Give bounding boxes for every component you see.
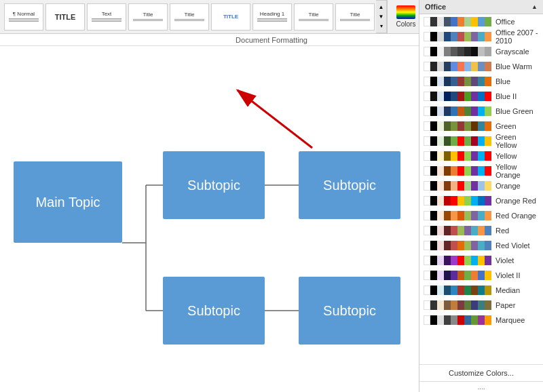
customize-colors-button[interactable]: Customize Colors... bbox=[419, 364, 543, 381]
swatch-0-3 bbox=[444, 17, 451, 26]
style-thumb-0[interactable]: ¶ Normal bbox=[4, 3, 43, 31]
theme-row-18[interactable]: Median bbox=[419, 283, 543, 298]
swatch-17-7 bbox=[471, 271, 478, 280]
theme-row-2[interactable]: Grayscale bbox=[419, 44, 543, 59]
swatch-7-6 bbox=[464, 121, 471, 131]
theme-row-12[interactable]: Orange Red bbox=[419, 193, 543, 208]
swatch-0-9 bbox=[485, 17, 491, 26]
subtopic4-box[interactable]: Subtopic bbox=[299, 277, 400, 345]
line-0-1 bbox=[9, 20, 39, 20]
document-label: Document Formatting bbox=[236, 36, 307, 44]
theme-row-3[interactable]: Blue Warm bbox=[419, 59, 543, 74]
swatch-13-9 bbox=[485, 211, 491, 220]
style-thumb-1[interactable]: TITLE bbox=[45, 3, 85, 31]
theme-row-11[interactable]: Orange bbox=[419, 178, 543, 193]
swatch-20-2 bbox=[437, 315, 444, 325]
style-thumb-3[interactable]: Title bbox=[128, 3, 168, 31]
theme-row-0[interactable]: Office bbox=[419, 14, 543, 29]
swatch-20-4 bbox=[451, 315, 457, 325]
theme-row-19[interactable]: Paper bbox=[419, 298, 543, 313]
style-thumb-2[interactable]: Text bbox=[87, 3, 126, 31]
theme-swatches-15 bbox=[424, 241, 491, 250]
swatch-12-4 bbox=[451, 196, 457, 205]
subtopic3-box[interactable]: Subtopic bbox=[163, 277, 265, 345]
swatch-3-5 bbox=[457, 62, 464, 71]
theme-row-5[interactable]: Blue II bbox=[419, 89, 543, 104]
theme-swatches-13 bbox=[424, 211, 491, 220]
theme-row-20[interactable]: Marquee bbox=[419, 313, 543, 328]
theme-row-13[interactable]: Red Orange bbox=[419, 208, 543, 223]
swatch-14-0 bbox=[424, 226, 430, 235]
theme-row-15[interactable]: Red Violet bbox=[419, 238, 543, 253]
swatch-20-5 bbox=[457, 315, 464, 325]
swatch-7-8 bbox=[478, 121, 485, 131]
colors-panel-scroll[interactable]: OfficeOffice 2007 - 2010GrayscaleBlue Wa… bbox=[419, 14, 543, 364]
subtopic3-label: Subtopic bbox=[187, 303, 240, 319]
swatch-3-6 bbox=[464, 62, 471, 71]
swatch-2-8 bbox=[478, 47, 485, 56]
swatch-15-6 bbox=[464, 241, 471, 250]
swatch-14-9 bbox=[485, 226, 491, 235]
swatch-10-2 bbox=[437, 166, 444, 176]
main-topic-box[interactable]: Main Topic bbox=[14, 161, 122, 243]
swatch-3-8 bbox=[478, 62, 485, 71]
swatch-0-2 bbox=[437, 17, 444, 26]
style-thumb-lines-2 bbox=[92, 18, 122, 22]
swatch-4-9 bbox=[485, 77, 491, 86]
swatch-10-5 bbox=[457, 166, 464, 176]
swatch-8-3 bbox=[444, 136, 451, 146]
swatch-2-6 bbox=[464, 47, 471, 56]
style-thumb-7[interactable]: Title bbox=[294, 3, 333, 31]
theme-row-9[interactable]: Yellow bbox=[419, 149, 543, 163]
swatch-0-4 bbox=[451, 17, 457, 26]
style-thumb-5[interactable]: TITLE bbox=[211, 3, 250, 31]
swatch-9-6 bbox=[464, 151, 471, 161]
main-topic-label: Main Topic bbox=[35, 195, 100, 210]
swatch-9-0 bbox=[424, 151, 430, 161]
swatch-20-6 bbox=[464, 315, 471, 325]
theme-swatches-17 bbox=[424, 271, 491, 280]
swatch-1-6 bbox=[464, 32, 471, 41]
theme-name-11: Orange bbox=[495, 182, 521, 190]
theme-row-16[interactable]: Violet bbox=[419, 253, 543, 268]
swatch-13-4 bbox=[451, 211, 457, 220]
swatch-18-6 bbox=[464, 286, 471, 295]
theme-row-8[interactable]: Green Yellow bbox=[419, 134, 543, 149]
subtopic1-box[interactable]: Subtopic bbox=[163, 151, 265, 219]
swatch-19-1 bbox=[430, 300, 437, 310]
swatch-6-3 bbox=[444, 106, 451, 116]
gallery-scroll[interactable]: ▲ ▼ ▾ bbox=[376, 0, 387, 33]
swatch-15-1 bbox=[430, 241, 437, 250]
theme-name-16: Violet bbox=[495, 256, 514, 264]
theme-row-4[interactable]: Blue bbox=[419, 74, 543, 89]
theme-row-6[interactable]: Blue Green bbox=[419, 104, 543, 119]
swatch-16-0 bbox=[424, 256, 430, 265]
theme-row-10[interactable]: Yellow Orange bbox=[419, 163, 543, 178]
subtopic2-box[interactable]: Subtopic bbox=[299, 151, 400, 219]
swatch-3-2 bbox=[437, 62, 444, 71]
swatch-12-6 bbox=[464, 196, 471, 205]
swatch-18-2 bbox=[437, 286, 444, 295]
theme-row-14[interactable]: Red bbox=[419, 223, 543, 238]
customize-colors-label: Customize Colors... bbox=[449, 369, 514, 377]
swatch-8-7 bbox=[471, 136, 478, 146]
style-thumb-4[interactable]: Title bbox=[170, 3, 209, 31]
style-thumb-8[interactable]: Title bbox=[335, 3, 375, 31]
swatch-12-9 bbox=[485, 196, 491, 205]
layout: Main Topic Subtopic Subtopic Subtopic Su… bbox=[0, 46, 543, 392]
style-thumb-6[interactable]: Heading 1 bbox=[252, 3, 292, 31]
swatch-10-4 bbox=[451, 166, 457, 176]
theme-name-12: Orange Red bbox=[495, 197, 536, 205]
theme-row-17[interactable]: Violet II bbox=[419, 268, 543, 283]
theme-row-7[interactable]: Green bbox=[419, 119, 543, 134]
swatch-1-3 bbox=[444, 32, 451, 41]
swatch-17-3 bbox=[444, 271, 451, 280]
swatch-19-2 bbox=[437, 300, 444, 310]
line-6-2 bbox=[257, 21, 288, 22]
swatch-5-9 bbox=[485, 92, 491, 101]
theme-row-1[interactable]: Office 2007 - 2010 bbox=[419, 29, 543, 44]
swatch-16-4 bbox=[451, 256, 457, 265]
line-0-2 bbox=[9, 21, 39, 22]
swatch-9-8 bbox=[478, 151, 485, 161]
theme-name-9: Yellow bbox=[495, 152, 517, 160]
